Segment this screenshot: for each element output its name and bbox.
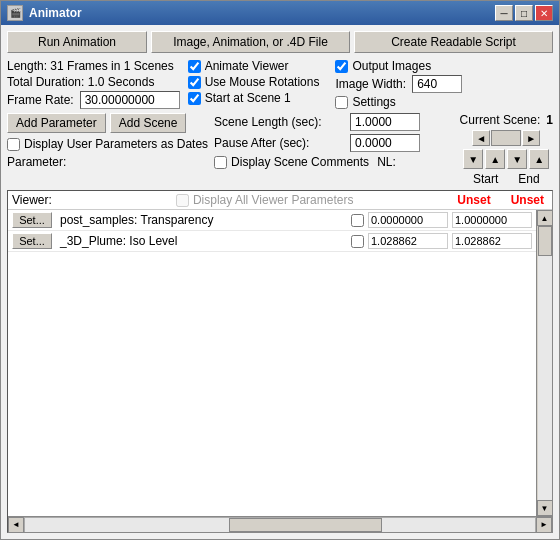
scroll-up-button[interactable]: ▲ [537,210,553,226]
horizontal-scroll-track[interactable] [24,517,536,533]
scene-prev-button[interactable]: ◄ [472,130,490,146]
params-left: Add Parameter Add Scene Display User Par… [7,113,208,169]
scene-nav-panel: Current Scene: 1 ◄ ► ▼ ▲ ▼ ▲ Start End [460,113,553,186]
scroll-right-button[interactable]: ► [536,517,552,533]
table-row: Set... _3D_Plume: Iso Level [8,231,536,252]
output-images-label: Output Images [352,59,431,73]
title-bar: 🎬 Animator ─ □ ✕ [1,1,559,25]
table-header: Viewer: Display All Viewer Parameters Un… [8,191,552,210]
close-button[interactable]: ✕ [535,5,553,21]
row-end-1[interactable] [452,233,532,249]
viewer-label: Viewer: [12,193,72,207]
add-parameter-button[interactable]: Add Parameter [7,113,106,133]
display-user-params-checkbox[interactable] [7,138,20,151]
run-animation-button[interactable]: Run Animation [7,31,147,53]
set-button-1[interactable]: Set... [12,233,52,249]
add-scene-button[interactable]: Add Scene [110,113,187,133]
add-buttons-row: Add Parameter Add Scene [7,113,208,133]
maximize-button[interactable]: □ [515,5,533,21]
window-title: Animator [29,6,82,20]
display-all-viewer-checkbox[interactable] [176,194,189,207]
arrow-up1-button[interactable]: ▲ [485,149,505,169]
display-all-label: Display All Viewer Parameters [193,193,354,207]
output-images-checkbox[interactable] [335,60,348,73]
image-width-input[interactable] [412,75,462,93]
use-mouse-rotations-label: Use Mouse Rotations [205,75,320,89]
frame-rate-row: Frame Rate: [7,91,180,109]
row-checkbox-0[interactable] [351,214,364,227]
right-checkboxes: Output Images Image Width: Settings [335,59,462,109]
arrow-buttons-row: ▼ ▲ ▼ ▲ [463,149,549,169]
row-start-1[interactable] [368,233,448,249]
arrow-down1-button[interactable]: ▼ [463,149,483,169]
parameter-row: Parameter: [7,155,208,169]
pause-after-label: Pause After (sec): [214,136,344,150]
image-width-row: Image Width: [335,75,462,93]
horizontal-scroll-thumb [229,518,382,532]
start-at-scene-row: Start at Scene 1 [188,91,320,105]
table-rows: Set... post_samples: Transparency Set...… [8,210,536,516]
frame-rate-label: Frame Rate: [7,93,74,107]
info-section: Length: 31 Frames in 1 Scenes Total Dura… [7,59,180,109]
scroll-left-button[interactable]: ◄ [8,517,24,533]
parameter-label: Parameter: [7,155,66,169]
scene-length-row: Scene Length (sec): [214,113,420,131]
start-label: Start [473,172,498,186]
animate-viewer-label: Animate Viewer [205,59,289,73]
table-row: Set... post_samples: Transparency [8,210,536,231]
frame-rate-input[interactable] [80,91,180,109]
scene-next-button[interactable]: ► [522,130,540,146]
unset-headers: Unset Unset [457,193,544,207]
current-scene-row: Current Scene: 1 [460,113,553,127]
current-scene-value: 1 [546,113,553,127]
duration-info: Total Duration: 1.0 Seconds [7,75,180,89]
arrow-up2-button[interactable]: ▲ [529,149,549,169]
table-area: Viewer: Display All Viewer Parameters Un… [7,190,553,533]
scroll-down-button[interactable]: ▼ [537,500,553,516]
animate-viewer-checkbox[interactable] [188,60,201,73]
info-checkboxes-area: Length: 31 Frames in 1 Scenes Total Dura… [7,59,553,109]
vertical-scroll-track[interactable] [538,226,552,500]
top-toolbar: Run Animation Image, Animation, or .4D F… [7,31,553,53]
start-at-scene-checkbox[interactable] [188,92,201,105]
set-button-0[interactable]: Set... [12,212,52,228]
horizontal-scrollbar: ◄ ► [8,516,552,532]
display-all-checkbox-row: Display All Viewer Parameters [176,193,354,207]
minimize-button[interactable]: ─ [495,5,513,21]
settings-checkbox[interactable] [335,96,348,109]
display-scene-comments-checkbox[interactable] [214,156,227,169]
image-width-label: Image Width: [335,77,406,91]
display-params-area: Display All Viewer Parameters [78,193,451,207]
image-animation-button[interactable]: Image, Animation, or .4D File [151,31,350,53]
row-start-0[interactable] [368,212,448,228]
window-controls: ─ □ ✕ [495,5,553,21]
scene-track [491,130,521,146]
length-info: Length: 31 Frames in 1 Scenes [7,59,180,73]
row-checkbox-1[interactable] [351,235,364,248]
settings-row: Settings [335,95,462,109]
arrow-down2-button[interactable]: ▼ [507,149,527,169]
animator-window: 🎬 Animator ─ □ ✕ Run Animation Image, An… [0,0,560,540]
row-end-0[interactable] [452,212,532,228]
display-scene-comments-label: Display Scene Comments [231,155,369,169]
pause-after-input[interactable] [350,134,420,152]
scene-length-label: Scene Length (sec): [214,115,344,129]
nl-label: NL: [377,155,396,169]
settings-label: Settings [352,95,395,109]
animate-viewer-row: Animate Viewer [188,59,320,73]
vertical-scroll-thumb [538,226,552,256]
use-mouse-rotations-checkbox[interactable] [188,76,201,89]
display-user-params-label: Display User Parameters as Dates [24,137,208,151]
start-at-scene-label: Start at Scene 1 [205,91,291,105]
scene-prev-next: ◄ ► [472,130,540,146]
create-script-button[interactable]: Create Readable Script [354,31,553,53]
empty-table-space [8,252,536,332]
window-icon: 🎬 [7,5,23,21]
params-scene-area: Add Parameter Add Scene Display User Par… [7,113,553,186]
pause-after-row: Pause After (sec): [214,134,420,152]
current-scene-label: Current Scene: [460,113,541,127]
table-with-scroll: Set... post_samples: Transparency Set...… [8,210,552,516]
main-content: Run Animation Image, Animation, or .4D F… [1,25,559,539]
scene-length-input[interactable] [350,113,420,131]
start-end-labels: Start End [473,172,540,186]
